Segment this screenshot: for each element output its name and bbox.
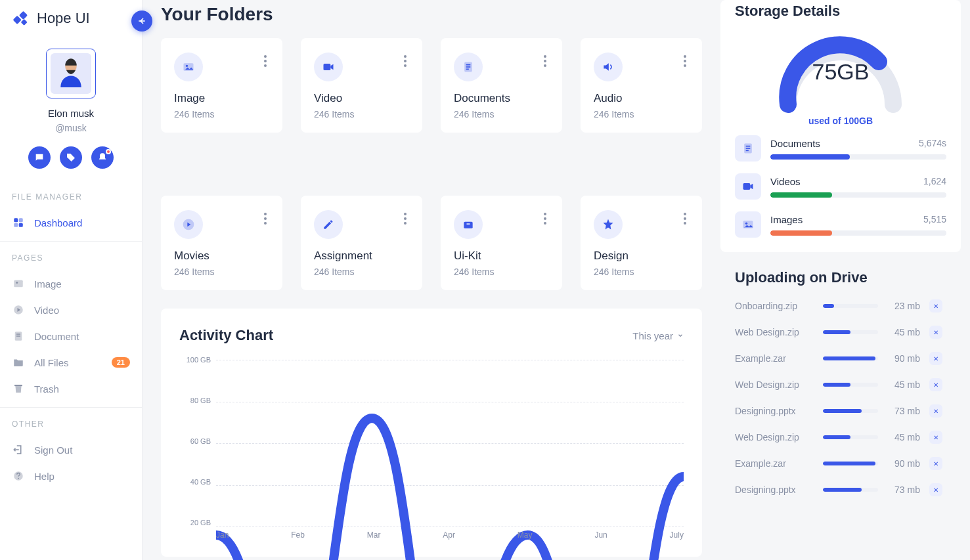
- all-files-badge: 21: [112, 357, 130, 368]
- nav-dashboard[interactable]: Dashboard: [0, 209, 142, 236]
- upload-name: Example.zar: [735, 458, 814, 469]
- document-icon: [454, 53, 483, 81]
- quick-action-tag[interactable]: [60, 146, 82, 169]
- nav-other: OTHER Sign Out Help: [0, 420, 142, 489]
- svg-rect-2: [21, 19, 28, 26]
- folder-title: Video: [314, 92, 409, 105]
- x-tick: Mar: [367, 530, 381, 546]
- upload-progress: [823, 409, 878, 413]
- folder-menu-button[interactable]: [681, 53, 689, 70]
- svg-point-9: [16, 282, 18, 284]
- nav-heading-pages: PAGES: [0, 253, 142, 270]
- storage-breakdown: Documents5,674sVideos1,624Images5,515: [735, 135, 946, 238]
- profile: Elon musk @musk: [0, 37, 142, 175]
- folder-title: Assignment: [314, 249, 409, 263]
- upload-progress: [823, 488, 878, 492]
- folder-menu-button[interactable]: [541, 210, 549, 227]
- nav-document-label: Document: [34, 331, 79, 342]
- arrow-left-icon: [137, 16, 147, 26]
- nav-trash[interactable]: Trash: [0, 376, 142, 402]
- upload-cancel-button[interactable]: ✕: [929, 299, 942, 312]
- main: Your Folders Image246 ItemsVideo246 Item…: [143, 0, 720, 560]
- upload-card: Uploading on Drive Onboarding.zip23 mb✕W…: [720, 269, 961, 509]
- y-tick: 100 GB: [179, 356, 216, 364]
- y-tick: 60 GB: [179, 437, 216, 445]
- sidebar-collapse-button[interactable]: [131, 11, 152, 32]
- storage-bar: [770, 154, 946, 160]
- upload-cancel-button[interactable]: ✕: [929, 483, 942, 496]
- upload-cancel-button[interactable]: ✕: [929, 378, 942, 391]
- x-tick: May: [518, 530, 533, 546]
- nav-image-label: Image: [34, 278, 62, 290]
- upload-cancel-button[interactable]: ✕: [929, 431, 942, 444]
- folder-card[interactable]: Design246 Items: [581, 196, 702, 290]
- folder-menu-button[interactable]: [541, 53, 549, 70]
- logo-icon: [12, 9, 30, 28]
- svg-rect-21: [466, 64, 471, 66]
- storage-row-name: Images: [770, 214, 803, 225]
- chat-icon: [34, 152, 45, 163]
- nav-dashboard-label: Dashboard: [34, 217, 82, 228]
- storage-row-value: 5,674s: [919, 138, 946, 149]
- folder-card[interactable]: Video246 Items: [301, 38, 422, 133]
- nav-trash-label: Trash: [34, 383, 59, 395]
- storage-row-icon: [735, 211, 761, 238]
- upload-cancel-button[interactable]: ✕: [929, 326, 942, 339]
- upload-progress: [823, 304, 878, 308]
- signout-icon: [12, 443, 25, 456]
- upload-row: Web Design.zip45 mb✕: [720, 372, 957, 398]
- nav-help[interactable]: Help: [0, 463, 142, 489]
- folder-card[interactable]: Audio246 Items: [581, 38, 702, 133]
- folder-card[interactable]: Image246 Items: [161, 38, 282, 133]
- nav-video[interactable]: Video: [0, 297, 142, 323]
- folder-subtitle: 246 Items: [594, 267, 689, 277]
- upload-name: Web Design.zip: [735, 327, 814, 337]
- help-icon: [12, 469, 25, 483]
- svg-point-18: [186, 65, 188, 67]
- folder-title: Design: [594, 249, 689, 263]
- nav-signout[interactable]: Sign Out: [0, 437, 142, 463]
- video-icon: [314, 53, 343, 81]
- folders-grid: Image246 ItemsVideo246 ItemsDocuments246…: [161, 38, 702, 290]
- folder-menu-button[interactable]: [261, 210, 269, 227]
- quick-action-chat[interactable]: [28, 146, 51, 169]
- svg-point-33: [745, 223, 747, 225]
- avatar[interactable]: [46, 49, 96, 98]
- svg-rect-0: [13, 16, 22, 24]
- storage-gauge: 75GB used of 100GB: [735, 29, 946, 126]
- chart-range-selector[interactable]: This year: [632, 330, 684, 341]
- upload-cancel-button[interactable]: ✕: [929, 352, 942, 365]
- folders-heading: Your Folders: [161, 4, 702, 25]
- folder-subtitle: 246 Items: [314, 109, 409, 119]
- storage-heading: Storage Details: [735, 3, 946, 20]
- quick-action-notify[interactable]: [91, 146, 114, 169]
- storage-row: Videos1,624: [735, 173, 946, 200]
- nav-video-label: Video: [34, 305, 59, 316]
- folder-card[interactable]: Ui-Kit246 Items: [441, 196, 562, 290]
- upload-cancel-button[interactable]: ✕: [929, 457, 942, 470]
- nav-image[interactable]: Image: [0, 270, 142, 297]
- star-icon: [594, 210, 623, 239]
- folder-menu-button[interactable]: [401, 53, 409, 70]
- nav-all-files[interactable]: All Files 21: [0, 349, 142, 376]
- upload-size: 90 mb: [887, 458, 920, 469]
- svg-rect-22: [466, 66, 471, 68]
- svg-rect-6: [14, 223, 18, 227]
- nav-heading-filemanager: FILE MANAGER: [0, 192, 142, 209]
- folder-menu-button[interactable]: [681, 210, 689, 227]
- folder-card[interactable]: Assignment246 Items: [301, 196, 422, 290]
- brand[interactable]: Hope UI: [0, 9, 142, 37]
- chart-range-label: This year: [632, 330, 673, 341]
- bell-icon: [97, 152, 108, 163]
- upload-progress: [823, 462, 878, 465]
- document-icon: [12, 330, 25, 343]
- folder-card[interactable]: Movies246 Items: [161, 196, 282, 290]
- upload-cancel-button[interactable]: ✕: [929, 404, 942, 418]
- play-icon: [174, 210, 203, 239]
- x-tick: Feb: [291, 530, 305, 546]
- folder-menu-button[interactable]: [401, 210, 409, 227]
- folder-card[interactable]: Documents246 Items: [441, 38, 562, 133]
- nav-document[interactable]: Document: [0, 323, 142, 349]
- folder-menu-button[interactable]: [261, 53, 269, 70]
- svg-rect-5: [19, 218, 23, 222]
